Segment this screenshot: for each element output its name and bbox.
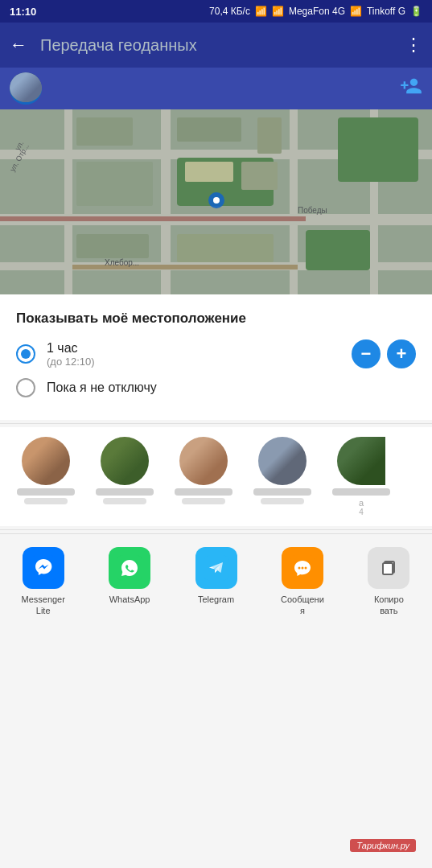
contact-avatar-3 [179, 437, 228, 485]
copy-icon [368, 547, 409, 589]
svg-point-1 [213, 197, 220, 204]
contact-1[interactable] [6, 437, 85, 516]
contact-avatar-1 [22, 437, 70, 485]
avatar-row [0, 68, 432, 109]
location-pin [208, 192, 224, 208]
location-panel-title: Показывать моё местоположение [16, 311, 416, 327]
contact-3[interactable] [164, 437, 243, 516]
svg-point-6 [298, 567, 300, 570]
carrier2-label: Tinkoff G [367, 6, 405, 17]
radio-1-hour[interactable] [16, 344, 35, 364]
divider-2 [0, 529, 432, 530]
radio-forever[interactable] [16, 378, 35, 397]
copy-label: Копировать [374, 594, 404, 617]
status-speed: 70,4 КБ/с [209, 6, 250, 17]
whatsapp-label: WhatsApp [109, 594, 150, 605]
option-1-hour-sub: (до 12:10) [47, 356, 95, 368]
svg-rect-11 [383, 563, 393, 574]
contact-avatar-5 [337, 437, 385, 485]
more-options-button[interactable]: ⋮ [405, 35, 422, 56]
contact-name-line2-2 [103, 498, 146, 504]
battery-icon: 🔋 [410, 6, 422, 17]
add-contact-button[interactable] [400, 75, 422, 102]
contact-name-line2-1 [24, 498, 68, 504]
location-panel: Показывать моё местоположение 1 час (до … [0, 294, 432, 420]
contact-name-line-5 [332, 488, 390, 496]
map-area: ул. Отр... ул. Победы Хлебор... [0, 109, 432, 294]
messenger-lite-label: MessengerLite [21, 594, 64, 617]
messages-label: Сообщения [281, 594, 324, 617]
share-app-messenger-lite[interactable]: MessengerLite [0, 542, 86, 622]
contact-4[interactable] [243, 437, 322, 516]
app-bar: ← Передача геоданных ⋮ [0, 23, 432, 68]
signal2-icon: 📶 [350, 6, 362, 17]
messenger-lite-icon [23, 547, 64, 589]
carrier-label: MegaFon 4G [289, 6, 345, 17]
contact-name-line-2 [96, 488, 154, 496]
status-time: 11:10 [10, 6, 36, 18]
divider-1 [0, 423, 432, 424]
contact-num-5: 4 [359, 508, 364, 516]
back-button[interactable]: ← [10, 35, 27, 56]
contact-name-line-3 [175, 488, 232, 496]
contact-name-line-1 [17, 488, 75, 496]
option-1-hour-label: 1 час [47, 341, 95, 356]
contact-5[interactable]: a 4 [322, 437, 401, 516]
contact-avatar-4 [258, 437, 307, 485]
svg-point-8 [304, 567, 307, 570]
plus-button[interactable]: + [387, 339, 416, 368]
contact-name-line-4 [253, 488, 311, 496]
contact-2[interactable] [85, 437, 164, 516]
share-app-copy[interactable]: Копировать [346, 542, 432, 622]
whatsapp-icon [109, 547, 150, 589]
svg-point-7 [301, 567, 303, 570]
share-app-messages[interactable]: Сообщения [259, 542, 345, 622]
minus-button[interactable]: − [352, 339, 381, 368]
bottom-share-bar: MessengerLite WhatsApp Telegram [0, 533, 432, 622]
messages-icon [282, 547, 323, 589]
contact-count-5: a [359, 498, 364, 508]
option-1-hour-text: 1 час (до 12:10) [47, 341, 95, 368]
svg-rect-2 [31, 555, 56, 581]
option-forever-text: Пока я не отключу [47, 381, 157, 395]
radio-1-hour-inner [21, 349, 31, 359]
wifi-icon: 📶 [255, 6, 267, 17]
share-contacts-row: a 4 [0, 427, 432, 526]
telegram-icon [195, 547, 237, 589]
avatar [10, 72, 42, 105]
telegram-label: Telegram [198, 594, 234, 605]
option-forever-label: Пока я не отключу [47, 381, 157, 395]
share-app-whatsapp[interactable]: WhatsApp [86, 542, 172, 610]
watermark: Тарифкин.ру [350, 839, 416, 852]
status-bar: 11:10 70,4 КБ/с 📶 📶 MegaFon 4G 📶 Tinkoff… [0, 0, 432, 23]
signal-icon: 📶 [272, 6, 284, 17]
option-1-hour-row: 1 час (до 12:10) − + [16, 339, 416, 368]
contact-name-line2-3 [182, 498, 225, 504]
contact-avatar-2 [101, 437, 149, 485]
option-forever-row: Пока я не отключу [16, 378, 416, 397]
share-app-telegram[interactable]: Telegram [173, 542, 259, 610]
status-left: 11:10 [10, 6, 36, 18]
contact-name-line2-4 [261, 498, 304, 504]
page-title: Передача геоданных [40, 36, 392, 55]
status-right: 70,4 КБ/с 📶 📶 MegaFon 4G 📶 Tinkoff G 🔋 [209, 6, 422, 17]
